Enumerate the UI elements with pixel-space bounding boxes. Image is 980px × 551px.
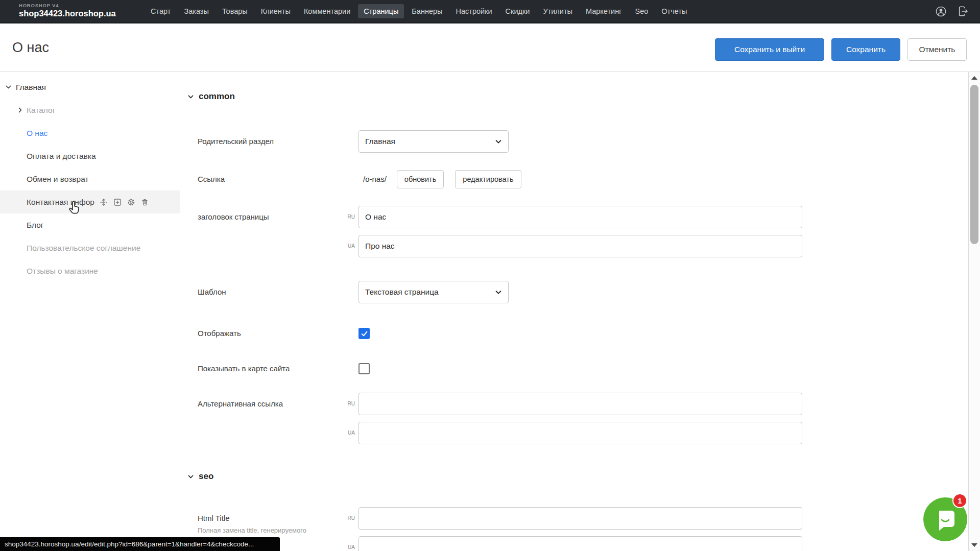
section-title: seo [199,471,213,482]
chevron-down-icon[interactable] [5,84,12,90]
page-title-ua-input[interactable] [358,235,802,257]
add-page-icon[interactable] [113,198,122,207]
lang-ru-badge: RU [348,393,355,415]
display-row: Отображать [198,328,802,339]
trash-icon[interactable] [140,198,149,207]
nav-reports[interactable]: Отчеты [656,4,692,18]
save-and-exit-button[interactable]: Сохранить и выйти [715,38,824,61]
lang-ru-badge: RU [348,507,355,530]
html-title-ua-input[interactable] [358,536,802,551]
nav-settings[interactable]: Настройки [450,4,497,18]
topbar-icons [935,0,969,22]
nav-seo[interactable]: Seo [630,4,654,18]
parent-section-row: Родительский раздел Главная [198,130,802,153]
field-label: Альтернативная ссылка [198,393,342,415]
lang-ua-badge: UA [348,235,355,257]
top-navigation: Старт Заказы Товары Клиенты Комментарии … [145,0,692,22]
section-seo-header[interactable]: seo [187,471,213,482]
parent-section-select[interactable]: Главная [358,130,509,153]
sidebar-item-actions [99,198,149,207]
chevron-down-icon [187,473,194,480]
move-icon[interactable] [99,198,108,207]
nav-comments[interactable]: Комментарии [298,4,356,18]
selected-value: Текстовая страница [365,288,439,297]
sidebar-item-o-nas[interactable]: О нас [0,122,180,145]
nav-clients[interactable]: Клиенты [255,4,296,18]
sidebar-item-label: Блог [27,221,44,230]
save-button[interactable]: Сохранить [831,38,900,61]
sidebar-item-label: Отзывы о магазине [27,267,98,276]
template-select[interactable]: Текстовая страница [358,281,509,303]
cancel-button[interactable]: Отменить [907,38,967,61]
lang-ua-badge: UA [348,536,355,551]
chevron-down-icon [495,138,502,145]
sidebar-item-label: Пользовательское соглашение [27,244,140,253]
sidebar-item-label: Оплата и доставка [27,152,96,161]
page-title-row: заголовок страницы RU UA [198,206,802,257]
link-path: /o-nas/ [363,170,387,188]
field-label: Родительский раздел [198,130,342,153]
header-actions: Сохранить и выйти Сохранить Отменить [715,38,967,61]
page-title-ru-input[interactable] [358,206,802,228]
brand-version: HOROSHOP V4 [19,3,116,8]
nav-utilities[interactable]: Утилиты [537,4,578,18]
field-label: заголовок страницы [198,206,342,228]
check-icon [361,330,368,338]
section-common-header[interactable]: common [187,91,235,102]
sitemap-checkbox[interactable] [358,363,370,374]
nav-start[interactable]: Старт [145,4,176,18]
vertical-scrollbar[interactable] [968,72,980,551]
sidebar-item-oplata-dostavka[interactable]: Оплата и доставка [0,145,180,167]
nav-banners[interactable]: Баннеры [406,4,448,18]
scrollbar-thumb[interactable] [970,85,978,244]
lang-ua-badge: UA [348,422,355,444]
scroll-up-arrow-icon[interactable] [971,76,977,80]
pages-tree-sidebar: Главная Каталог О нас Оплата и доставка … [0,72,180,551]
sidebar-item-blog[interactable]: Блог [0,213,180,236]
sidebar-item-katalog[interactable]: Каталог [0,99,180,122]
nav-orders[interactable]: Заказы [178,4,214,18]
sidebar-item-polzovatelskoe-soglashenie[interactable]: Пользовательское соглашение [0,236,180,259]
field-label: Показывать в карте сайта [198,363,342,374]
link-status-tooltip: shop34423.horoshop.ua/edit/edit.php?id=6… [0,537,280,551]
brand-logo[interactable]: HOROSHOP V4 shop34423.horoshop.ua [19,3,116,18]
gear-icon[interactable] [127,198,136,207]
sidebar-item-label: Контактная инфор [27,198,94,207]
alt-link-ru-input[interactable] [358,393,802,415]
template-row: Шаблон Текстовая страница [198,281,802,303]
brand-domain: shop34423.horoshop.ua [19,9,116,18]
html-title-row: Html Title Полная замена title, генериру… [198,507,802,551]
sidebar-item-label: О нас [27,129,47,138]
logout-icon[interactable] [958,6,969,17]
alt-link-ua-input[interactable] [358,422,802,444]
page-edit-form: common Родительский раздел Главная Ссылк… [181,72,968,551]
refresh-link-button[interactable]: обновить [397,170,444,188]
sidebar-item-glavnaya[interactable]: Главная [0,76,180,99]
field-label: Ссылка [198,170,342,188]
sidebar-item-obmen-vozvrat[interactable]: Обмен и возврат [0,167,180,190]
sidebar-item-kontaktnaya-infor[interactable]: Контактная инфор [0,190,180,213]
hand-cursor-icon [66,199,83,218]
sidebar-item-label: Главная [16,83,46,92]
chevron-down-icon [187,93,194,100]
nav-products[interactable]: Товары [217,4,253,18]
edit-link-button[interactable]: редактировать [455,170,521,188]
chevron-right-icon[interactable] [17,107,23,113]
nav-marketing[interactable]: Маркетинг [580,4,628,18]
field-label: Шаблон [198,281,342,303]
scroll-down-arrow-icon[interactable] [971,543,977,547]
chevron-down-icon [495,289,502,296]
nav-discounts[interactable]: Скидки [500,4,536,18]
page-title: О нас [12,40,49,56]
nav-pages[interactable]: Страницы [358,4,404,18]
display-checkbox[interactable] [358,328,370,339]
account-icon[interactable] [935,6,947,17]
page-header: О нас Сохранить и выйти Сохранить Отмени… [0,25,980,72]
sidebar-item-label: Каталог [27,106,55,115]
selected-value: Главная [365,137,395,146]
html-title-ru-input[interactable] [358,507,802,530]
lang-ru-badge: RU [348,206,355,228]
sidebar-item-otzyvy-o-magazine[interactable]: Отзывы о магазине [0,259,180,282]
chat-unread-badge: 1 [952,493,967,508]
link-row: Ссылка /o-nas/ обновить редактировать [198,170,802,188]
